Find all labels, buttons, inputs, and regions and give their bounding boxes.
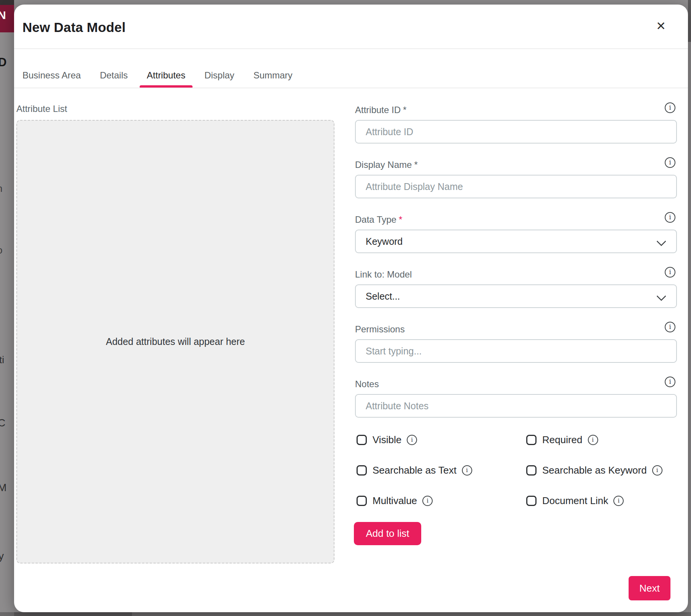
checkbox-document-link[interactable]: Document Link i [526, 495, 624, 507]
link-to-model-select[interactable]: Select... [355, 284, 677, 308]
info-icon[interactable]: i [665, 322, 675, 332]
checkbox-icon[interactable] [526, 465, 537, 476]
backdrop-letter-fragment: y [0, 550, 13, 562]
backdrop-top-strip [0, 0, 14, 5]
notes-label: Notes [355, 379, 379, 389]
checkbox-icon[interactable] [526, 496, 537, 506]
checkbox-icon[interactable] [357, 435, 367, 445]
checkbox-label: Required [542, 434, 583, 446]
info-icon[interactable]: i [665, 377, 675, 387]
attribute-id-input[interactable] [356, 121, 691, 143]
attribute-id-field[interactable] [355, 120, 677, 144]
tab-display[interactable]: Display [204, 70, 234, 88]
notes-field[interactable] [355, 394, 677, 418]
checkbox-searchable-as-text[interactable]: Searchable as Text i [357, 464, 472, 476]
backdrop-right-strip [688, 0, 691, 616]
tab-business-area[interactable]: Business Area [22, 70, 81, 88]
data-type-select[interactable]: Keyword [355, 230, 677, 253]
info-icon[interactable]: i [665, 267, 675, 278]
checkbox-searchable-as-keyword[interactable]: Searchable as Keyword i [526, 464, 662, 476]
add-to-list-button[interactable]: Add to list [354, 522, 421, 545]
info-icon[interactable]: i [665, 102, 675, 113]
info-icon[interactable]: i [407, 435, 417, 445]
data-type-label: Data Type* [355, 214, 402, 225]
display-name-input[interactable] [356, 176, 691, 198]
info-icon[interactable]: i [422, 496, 433, 506]
backdrop-bottom-strip [0, 612, 691, 616]
info-icon[interactable]: i [588, 435, 598, 445]
dialog-title: New Data Model [22, 20, 126, 35]
checkbox-required[interactable]: Required i [526, 434, 598, 446]
checkbox-icon[interactable] [526, 435, 537, 445]
link-to-model-label: Link to: Model [355, 269, 412, 280]
tab-details[interactable]: Details [100, 70, 127, 88]
backdrop-letter-fragment: ti [0, 354, 13, 366]
info-icon[interactable]: i [665, 212, 675, 223]
checkbox-label: Searchable as Keyword [542, 464, 647, 476]
checkbox-multivalue[interactable]: Multivalue i [357, 495, 433, 507]
notes-input[interactable] [356, 395, 691, 417]
next-button[interactable]: Next [629, 576, 670, 600]
backdrop-letter-fragment: D [0, 56, 12, 69]
checkbox-label: Searchable as Text [373, 464, 457, 476]
info-icon[interactable]: i [665, 157, 675, 168]
header-divider [14, 48, 688, 49]
tab-attributes[interactable]: Attributes [147, 70, 185, 88]
checkbox-visible[interactable]: Visible i [357, 434, 417, 446]
data-type-selected-value: Keyword [366, 236, 403, 247]
checkbox-label: Multivalue [373, 495, 417, 507]
display-name-field[interactable] [355, 175, 677, 198]
backdrop-right-strip-dark [688, 0, 691, 42]
attribute-list-label: Attribute List [16, 104, 67, 114]
permissions-field[interactable] [355, 339, 677, 363]
display-name-label: Display Name* [355, 160, 418, 170]
attribute-list-dropzone: Added attributes will appear here [16, 120, 334, 563]
permissions-input[interactable] [356, 340, 691, 362]
backdrop-letter-fragment: N [0, 9, 12, 22]
info-icon[interactable]: i [652, 465, 662, 476]
close-icon[interactable]: ✕ [650, 16, 672, 36]
checkbox-icon[interactable] [357, 496, 367, 506]
info-icon[interactable]: i [613, 496, 624, 506]
info-icon[interactable]: i [462, 465, 472, 476]
checkbox-icon[interactable] [357, 465, 367, 476]
attribute-list-empty-text: Added attributes will appear here [106, 336, 245, 347]
permissions-label: Permissions [355, 324, 405, 335]
backdrop-bottom-strip-dark [14, 612, 132, 616]
backdrop-letter-fragment: M [0, 482, 12, 494]
chevron-down-icon [656, 291, 666, 301]
tab-summary[interactable]: Summary [253, 70, 293, 88]
attribute-id-label: Attribute ID* [355, 105, 406, 115]
checkbox-label: Document Link [542, 495, 608, 507]
chevron-down-icon [656, 236, 666, 246]
checkbox-label: Visible [373, 434, 401, 446]
backdrop-letter-fragment: C [0, 417, 12, 429]
new-data-model-dialog: New Data Model ✕ Business Area Details A… [14, 5, 688, 612]
tab-bar-divider [14, 88, 688, 88]
backdrop-letter-fragment: n [0, 183, 11, 195]
backdrop-letter-fragment: o [0, 244, 11, 256]
link-to-model-selected-value: Select... [366, 291, 400, 302]
backdrop-maroon-banner: N [0, 5, 14, 32]
dialog-tab-bar: Business Area Details Attributes Display… [22, 70, 293, 88]
